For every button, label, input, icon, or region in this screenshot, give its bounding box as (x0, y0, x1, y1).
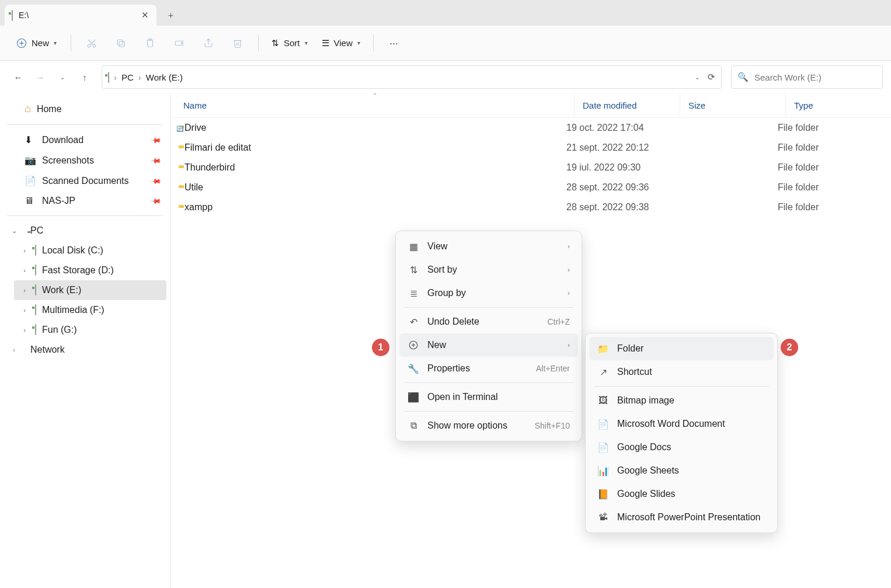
file-type-icon: 📁 (597, 343, 609, 354)
recent-dropdown[interactable]: ⌄ (53, 67, 72, 87)
chevron-down-icon[interactable]: ⌄ (9, 227, 19, 235)
column-size[interactable]: Size (680, 93, 785, 117)
sidebar-label: PC (30, 225, 43, 236)
search-input[interactable] (754, 72, 876, 82)
chevron-right-icon[interactable]: › (9, 346, 19, 353)
sidebar-quick-item[interactable]: 🖥NAS-JP📌 (4, 191, 166, 211)
ctx-group-by[interactable]: ≣ Group by › (399, 281, 578, 305)
sidebar-label: Network (30, 345, 65, 355)
copy-icon[interactable] (109, 31, 133, 55)
rename-icon[interactable] (167, 31, 192, 55)
submenu-item[interactable]: 📙Google Slides (589, 482, 774, 506)
ctx-sort-by[interactable]: ⇅ Sort by › (399, 258, 578, 281)
sidebar-home[interactable]: ⌂ Home (4, 98, 166, 120)
submenu-item[interactable]: 📄Google Docs (589, 436, 774, 459)
submenu-label: Google Sheets (617, 465, 765, 476)
file-row[interactable]: Filmari de editat21 sept. 2022 20:12File… (170, 138, 891, 158)
file-row[interactable]: 🔄Drive19 oct. 2022 17:04File folder (170, 118, 891, 138)
context-menu: ▦ View › ⇅ Sort by › ≣ Group by › ↶ Undo… (395, 231, 582, 441)
paste-icon[interactable] (138, 31, 162, 55)
chevron-down-icon[interactable]: ⌄ (695, 74, 699, 81)
separator (404, 411, 573, 412)
back-button[interactable]: ← (8, 67, 28, 87)
sidebar-quick-item[interactable]: 📄Scanned Documents📌 (4, 171, 166, 191)
submenu-item[interactable]: 🖼Bitmap image (589, 389, 774, 412)
column-type[interactable]: Type (786, 93, 891, 117)
drive-icon (35, 305, 36, 315)
file-name: Drive (185, 123, 206, 133)
view-dropdown[interactable]: ☰ View ▾ (317, 34, 365, 52)
sidebar-pc[interactable]: ⌄ PC (4, 221, 166, 241)
submenu-item[interactable]: ↗Shortcut (589, 360, 774, 384)
ctx-properties[interactable]: 🔧 Properties Alt+Enter (399, 357, 578, 380)
new-tab-button[interactable]: ＋ (161, 6, 180, 25)
pin-icon: 📌 (150, 154, 162, 166)
forward-button[interactable]: → (30, 67, 50, 87)
file-type: File folder (778, 123, 883, 133)
separator (7, 124, 163, 125)
delete-icon[interactable] (225, 31, 250, 55)
sidebar-network[interactable]: › Network (4, 340, 166, 360)
share-icon[interactable] (196, 31, 221, 55)
file-name: xampp (185, 202, 213, 213)
refresh-icon[interactable]: ⟳ (708, 72, 715, 82)
submenu-item[interactable]: 📁Folder (589, 337, 774, 360)
sort-indicator-icon: ⌃ (373, 92, 377, 99)
column-date[interactable]: Date modified (575, 93, 680, 117)
sidebar-quick-item[interactable]: ⬇Download📌 (4, 130, 166, 150)
sidebar-label: Fun (G:) (42, 325, 77, 335)
chevron-right-icon[interactable]: › (20, 326, 29, 333)
ctx-view[interactable]: ▦ View › (399, 235, 578, 258)
file-type-icon: 📽 (597, 512, 609, 523)
navigation-bar: ← → ⌄ ↑ › PC › Work (E:) ⌄ ⟳ 🔍 (0, 61, 891, 93)
submenu-item[interactable]: 📄Microsoft Word Document (589, 412, 774, 436)
more-icon[interactable]: ⋯ (382, 31, 406, 55)
sidebar-drive-item[interactable]: ›Work (E:) (14, 280, 166, 300)
chevron-right-icon[interactable]: › (20, 247, 29, 254)
sidebar-drive-item[interactable]: ›Fun (G:) (14, 320, 166, 340)
chevron-down-icon: ▾ (54, 40, 57, 46)
sidebar-drive-item[interactable]: ›Fast Storage (D:) (14, 260, 166, 280)
drive-icon (35, 245, 36, 256)
browser-tab[interactable]: E:\ ✕ (5, 5, 156, 26)
breadcrumb-work[interactable]: Work (E:) (146, 72, 183, 82)
file-row[interactable]: Utile28 sept. 2022 09:36File folder (170, 178, 891, 197)
chevron-right-icon: › (568, 266, 570, 274)
column-name[interactable]: ⌃ Name (170, 93, 574, 117)
submenu-label: Google Slides (617, 489, 765, 499)
tab-title: E:\ (19, 11, 134, 20)
ctx-open-terminal[interactable]: ⬛ Open in Terminal (399, 385, 578, 409)
chevron-right-icon[interactable]: › (20, 287, 29, 294)
file-row[interactable]: xampp28 sept. 2022 09:38File folder (170, 197, 891, 217)
sidebar-drive-item[interactable]: ›Multimedia (F:) (14, 300, 166, 320)
submenu-item[interactable]: 📽Microsoft PowerPoint Presentation (589, 506, 774, 529)
separator (404, 382, 573, 383)
list-icon: ☰ (322, 38, 329, 48)
close-icon[interactable]: ✕ (140, 11, 149, 20)
separator (404, 307, 573, 308)
svg-rect-11 (175, 41, 182, 46)
search-box[interactable]: 🔍 (731, 65, 883, 89)
address-bar[interactable]: › PC › Work (E:) ⌄ ⟳ (102, 65, 722, 89)
cut-icon[interactable] (79, 31, 104, 55)
ctx-show-more[interactable]: ⧉ Show more options Shift+F10 (399, 414, 578, 437)
sidebar: ⌂ Home ⬇Download📌📷Screenshots📌📄Scanned D… (0, 93, 170, 588)
new-button[interactable]: New ▾ (11, 34, 62, 52)
ctx-new[interactable]: New › (399, 333, 578, 357)
chevron-right-icon[interactable]: › (20, 267, 29, 274)
chevron-right-icon[interactable]: › (20, 307, 29, 314)
up-button[interactable]: ↑ (75, 67, 95, 87)
submenu-item[interactable]: 📊Google Sheets (589, 459, 774, 482)
sort-label: Sort (284, 38, 300, 48)
submenu-label: Microsoft Word Document (617, 419, 765, 429)
sidebar-drive-item[interactable]: ›Local Disk (C:) (14, 241, 166, 260)
chevron-down-icon: ▾ (305, 40, 308, 46)
ctx-undo-delete[interactable]: ↶ Undo Delete Ctrl+Z (399, 310, 578, 333)
pin-icon: 📌 (150, 195, 162, 207)
sidebar-label: Download (42, 135, 83, 145)
file-row[interactable]: Thunderbird19 iul. 2022 09:30File folder (170, 158, 891, 178)
sidebar-quick-item[interactable]: 📷Screenshots📌 (4, 150, 166, 171)
sort-dropdown[interactable]: ⇅ Sort ▾ (267, 34, 312, 52)
breadcrumb-pc[interactable]: PC (121, 72, 134, 82)
file-date: 28 sept. 2022 09:36 (566, 182, 672, 193)
